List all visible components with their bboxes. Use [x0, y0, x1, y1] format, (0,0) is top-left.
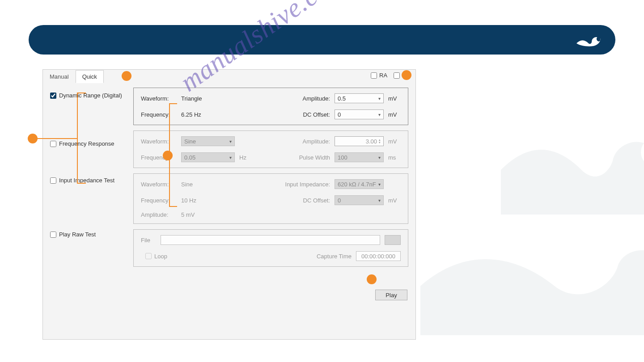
pulse-width-select: 100▾	[335, 152, 384, 162]
waveform-value: Sine	[181, 181, 235, 188]
input-impedance-label: Input Impedance Test	[59, 177, 114, 184]
frequency-value: 10 Hz	[181, 197, 235, 204]
chevron-down-icon: ▾	[229, 155, 232, 160]
frequency-label: Frequency:	[141, 111, 177, 118]
loop-checkbox	[145, 253, 152, 259]
ra-label: RA	[379, 72, 387, 79]
chevron-down-icon: ▾	[378, 112, 381, 117]
frequency-value: 6.25 Hz	[181, 111, 235, 118]
amplitude-value: 5 mV	[181, 211, 235, 218]
unit-label: mV	[388, 197, 401, 204]
loop-label: Loop	[154, 253, 167, 260]
waveform-label: Waveform:	[141, 138, 177, 145]
dynamic-range-group: Waveform: Triangle Amplitude: 0.5▾ mV Fr…	[133, 88, 408, 125]
annotation-bracket-icon	[169, 206, 177, 207]
frequency-response-label: Frequency Response	[59, 140, 114, 147]
background-wave-icon	[501, 98, 644, 216]
waveform-select: Sine▾	[181, 136, 235, 146]
dc-offset-select: 0▾	[335, 195, 384, 205]
dc-offset-label: DC Offset:	[281, 197, 330, 204]
input-impedance-select: 620 kΩ / 4.7nF▾	[335, 179, 384, 189]
annotation-bracket-icon	[169, 103, 177, 104]
play-raw-label: Play Raw Test	[59, 231, 96, 238]
spinner-icon: ▴▾	[379, 139, 381, 144]
amplitude-select[interactable]: 0.5▾	[335, 93, 384, 103]
waveform-value: Triangle	[181, 95, 235, 102]
unit-label: mV	[388, 95, 401, 102]
amplitude-label: Amplitude:	[281, 138, 330, 145]
chevron-down-icon: ▾	[378, 198, 381, 203]
capture-time-label: Capture Time	[317, 253, 352, 260]
frequency-response-checkbox[interactable]: Frequency Response	[50, 140, 126, 147]
pulse-width-label: Pulse Width	[281, 154, 330, 161]
input-impedance-checkbox[interactable]: Input Impedance Test	[50, 177, 126, 184]
file-path-input	[161, 235, 380, 245]
frequency-label: Frequency:	[141, 197, 177, 204]
annotation-marker-icon	[28, 134, 38, 143]
play-button[interactable]: Play	[375, 290, 407, 300]
input-impedance-label: Input Impedance:	[281, 181, 330, 188]
chevron-down-icon: ▾	[378, 96, 381, 101]
annotation-bracket-icon	[169, 103, 170, 207]
dc-offset-select[interactable]: 0▾	[335, 109, 384, 119]
capture-time-value: 00:00:00:000	[356, 251, 401, 261]
amplitude-input: 3.00▴▾	[335, 136, 384, 146]
annotation-bracket-icon	[77, 183, 86, 184]
chevron-down-icon: ▾	[229, 139, 232, 144]
chevron-down-icon: ▾	[378, 182, 381, 187]
amplitude-label: Amplitude:	[141, 211, 177, 218]
file-label: File	[141, 237, 156, 244]
waveform-label: Waveform:	[141, 181, 177, 188]
unit-label: ms	[388, 154, 401, 161]
quick-panel: Manual Quick RA LA Dynamic Range (Digita…	[42, 69, 416, 340]
unit-label: mV	[388, 138, 401, 145]
background-wave-icon	[420, 223, 644, 337]
whale-tail-icon	[575, 30, 602, 50]
annotation-bracket-icon	[77, 93, 86, 93]
annotation-bracket-icon	[77, 93, 78, 184]
chevron-down-icon: ▾	[378, 155, 381, 160]
input-impedance-group: Waveform: Sine Input Impedance: 620 kΩ /…	[133, 173, 408, 224]
dynamic-range-checkbox[interactable]: Dynamic Range (Digital)	[50, 92, 126, 99]
header-bar	[29, 25, 615, 55]
tab-strip: Manual Quick RA LA	[43, 70, 415, 83]
annotation-marker-icon	[402, 70, 411, 80]
unit-label: Hz	[239, 154, 276, 161]
waveform-label: Waveform:	[141, 95, 177, 102]
unit-label: mV	[388, 111, 401, 118]
tab-quick[interactable]: Quick	[76, 70, 104, 83]
annotation-bracket-icon	[38, 138, 77, 139]
play-raw-group: File Loop Capture Time 00:00:00:000	[133, 229, 408, 267]
annotation-marker-icon	[367, 274, 377, 284]
frequency-response-group: Waveform: Sine▾ Amplitude: 3.00▴▾ mV Fre…	[133, 130, 408, 168]
dc-offset-label: DC Offset:	[281, 111, 330, 118]
annotation-marker-icon	[122, 71, 131, 81]
ra-checkbox[interactable]: RA	[371, 72, 387, 79]
play-raw-checkbox[interactable]: Play Raw Test	[50, 231, 126, 238]
frequency-select: 0.05▾	[181, 152, 235, 162]
tab-manual[interactable]: Manual	[43, 70, 76, 83]
amplitude-label: Amplitude:	[281, 95, 330, 102]
annotation-marker-icon	[163, 151, 173, 160]
browse-button	[385, 235, 401, 245]
dynamic-range-label: Dynamic Range (Digital)	[59, 92, 122, 99]
